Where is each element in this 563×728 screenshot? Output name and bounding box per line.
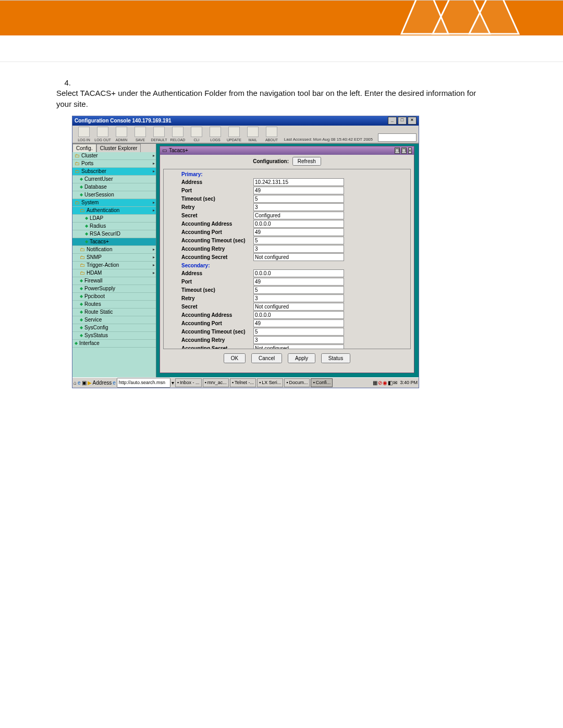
taskbar-app[interactable]: ▪Docum... <box>284 378 310 387</box>
cancel-button[interactable]: Cancel <box>251 353 282 363</box>
tree-node-ppciboot[interactable]: ◆Ppciboot <box>72 293 156 301</box>
toolbar-save[interactable]: SAVE <box>131 127 150 142</box>
retry-input[interactable] <box>253 294 344 302</box>
retry-input[interactable] <box>253 203 344 211</box>
taskbar-app[interactable]: ▪Telnet -... <box>230 378 256 387</box>
secret-input[interactable] <box>253 212 344 219</box>
toolbar-update[interactable]: UPDATE <box>225 127 243 142</box>
system-tray[interactable]: ▦ ⊘ ◉ ◧ ✉ 3:40 PM <box>373 380 418 386</box>
tree-node-sysconfig[interactable]: ◆SysConfig <box>72 324 156 332</box>
toolbar-about[interactable]: ABOUT <box>262 127 281 142</box>
tacacs-form[interactable]: Primary:AddressPortTimeout (sec)RetrySec… <box>163 169 411 349</box>
ok-button[interactable]: OK <box>224 353 246 363</box>
accounting-retry-input[interactable] <box>253 245 344 253</box>
tree-node-cluster[interactable]: 🗀Cluster▸ <box>72 152 156 160</box>
address-input[interactable] <box>117 378 170 388</box>
status-button[interactable]: Status <box>321 353 350 363</box>
accounting-secret-input[interactable] <box>253 344 344 349</box>
toolbar-reload[interactable]: RELOAD <box>168 127 187 142</box>
tree-node-rsa-securid[interactable]: ◆RSA SecurID <box>72 230 156 238</box>
accounting-retry-input[interactable] <box>253 336 344 344</box>
folder-icon[interactable]: ▣ <box>82 380 87 386</box>
address-input[interactable] <box>253 178 344 186</box>
toolbar-cli[interactable]: CLI <box>187 127 206 142</box>
tree-node-trigger-action[interactable]: 🗀Trigger-Action▸ <box>72 262 156 269</box>
tree-node-interface[interactable]: ◆Interface <box>72 340 156 348</box>
accounting-address-input[interactable] <box>253 311 344 319</box>
tree-node-tacacs-[interactable]: ◆Tacacs+ <box>72 238 156 246</box>
tree-node-subscriber[interactable]: 🗀Subscriber▸ <box>72 168 156 176</box>
accounting-port-input[interactable] <box>253 319 344 327</box>
tree-node-routes[interactable]: ◆Routes <box>72 301 156 309</box>
timeout-sec--input[interactable] <box>253 286 344 294</box>
expand-icon: ▸ <box>153 207 155 214</box>
form-row: Accounting Address <box>181 311 407 319</box>
port-input[interactable] <box>253 187 344 194</box>
taskbar-app[interactable]: ▪mrv_ac... <box>203 378 229 387</box>
app-icon: ▪ <box>259 380 261 385</box>
timeout-sec--input[interactable] <box>253 195 344 203</box>
toolbar-log-in[interactable]: LOG IN <box>75 127 93 142</box>
toolbar-search-input[interactable] <box>378 133 417 142</box>
desktop-icon[interactable]: ⌂ <box>74 380 77 386</box>
apply-button[interactable]: Apply <box>288 353 315 363</box>
accounting-timeout-sec--input[interactable] <box>253 237 344 244</box>
tree-node-ports[interactable]: 🗀Ports▸ <box>72 160 156 168</box>
maximize-icon[interactable]: □ <box>398 117 407 125</box>
tree-node-ldap[interactable]: ◆LDAP <box>72 215 156 223</box>
maximize-icon[interactable]: ❐ <box>401 147 407 154</box>
taskbar-app[interactable]: ▪LX Seri... <box>257 378 283 387</box>
mountain-graphic-icon <box>396 0 521 36</box>
tree-node-route-static[interactable]: ◆Route Static <box>72 309 156 316</box>
tray-icon[interactable]: ✉ <box>393 380 397 386</box>
tree-node-currentuser[interactable]: ◆CurrentUser <box>72 176 156 183</box>
navigation-tree[interactable]: 🗀Cluster▸🗀Ports▸🗀Subscriber▸◆CurrentUser… <box>72 152 156 348</box>
tray-icon[interactable]: ⊘ <box>378 380 382 386</box>
ie-icon[interactable]: e <box>78 380 81 386</box>
close-icon[interactable]: × <box>408 117 417 125</box>
restore-icon[interactable]: ❐ <box>395 147 400 154</box>
toolbar-mail[interactable]: MAIL <box>243 127 262 142</box>
tree-node-hdam[interactable]: 🗀HDAM▸ <box>72 269 156 277</box>
tray-icon[interactable]: ◉ <box>383 380 387 386</box>
tree-node-usersession[interactable]: ◆UserSession <box>72 191 156 199</box>
toolbar-logs[interactable]: LOGS <box>206 127 225 142</box>
tree-node-sysstatus[interactable]: ◆SysStatus <box>72 332 156 340</box>
tree-node-radius[interactable]: ◆Radius <box>72 223 156 230</box>
panel-header[interactable]: ▭ Tacacs+ ❐ ❐ × <box>160 146 414 155</box>
windows-taskbar[interactable]: ⌂ e ▣ ▶ Address e ▾ ▪Inbox - ...▪mrv_ac.… <box>72 377 419 388</box>
close-icon[interactable]: × <box>408 147 412 154</box>
port-input[interactable] <box>253 278 344 286</box>
tray-icon[interactable]: ▦ <box>373 380 377 386</box>
window-title: Configuration Console 140.179.169.191 <box>75 116 172 125</box>
tree-node-firewall[interactable]: ◆Firewall <box>72 277 156 285</box>
tray-icon[interactable]: ◧ <box>388 380 393 386</box>
refresh-button[interactable]: Refresh <box>292 157 321 166</box>
tree-node-authentication[interactable]: 🗀Authentication▸ <box>72 207 156 215</box>
tree-node-system[interactable]: 🗀System▸ <box>72 199 156 207</box>
play-icon[interactable]: ▶ <box>88 380 92 386</box>
tree-node-database[interactable]: ◆Database <box>72 183 156 191</box>
item-icon: ◆ <box>80 277 83 285</box>
tree-node-service[interactable]: ◆Service <box>72 316 156 324</box>
minimize-icon[interactable]: _ <box>388 117 397 125</box>
taskbar-app[interactable]: ▪Inbox - ... <box>175 378 202 387</box>
tree-node-powersupply[interactable]: ◆PowerSupply <box>72 285 156 293</box>
accounting-timeout-sec--input[interactable] <box>253 328 344 336</box>
accounting-address-input[interactable] <box>253 220 344 228</box>
accounting-secret-input[interactable] <box>253 253 344 261</box>
secret-input[interactable] <box>253 303 344 311</box>
dropdown-icon[interactable]: ▾ <box>172 380 174 386</box>
toolbar-log-out[interactable]: LOG OUT <box>93 127 112 142</box>
tree-node-snmp[interactable]: 🗀SNMP▸ <box>72 254 156 262</box>
address-input[interactable] <box>253 269 344 277</box>
tree-node-notification[interactable]: 🗀Notification▸ <box>72 246 156 254</box>
toolbar-admin[interactable]: ADMIN <box>112 127 131 142</box>
tab-cluster-explorer[interactable]: Cluster Explorer <box>96 144 141 152</box>
toolbar-default[interactable]: DEFAULT <box>150 127 168 142</box>
tab-config[interactable]: Config. <box>72 144 96 152</box>
taskbar-app[interactable]: ▪Confi... <box>311 378 333 387</box>
accounting-port-input[interactable] <box>253 228 344 236</box>
window-titlebar[interactable]: Configuration Console 140.179.169.191 _ … <box>72 116 419 126</box>
tree-label: Routes <box>84 301 101 308</box>
